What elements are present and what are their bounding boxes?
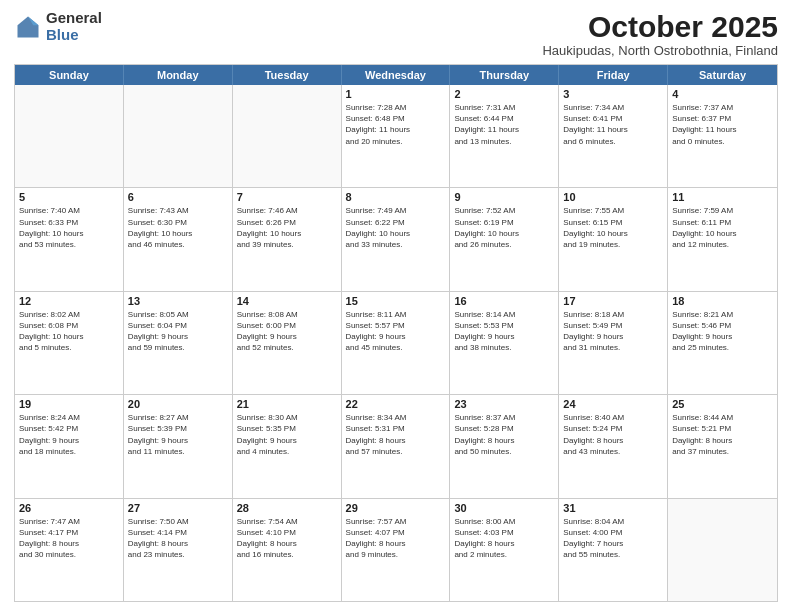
location: Haukipudas, North Ostrobothnia, Finland: [542, 43, 778, 58]
day-cell: 13Sunrise: 8:05 AMSunset: 6:04 PMDayligh…: [124, 292, 233, 394]
day-info: Sunrise: 8:21 AMSunset: 5:46 PMDaylight:…: [672, 309, 773, 354]
day-header-friday: Friday: [559, 65, 668, 85]
day-number: 23: [454, 398, 554, 410]
day-number: 24: [563, 398, 663, 410]
day-number: 6: [128, 191, 228, 203]
day-info: Sunrise: 7:50 AMSunset: 4:14 PMDaylight:…: [128, 516, 228, 561]
day-number: 11: [672, 191, 773, 203]
day-info: Sunrise: 7:59 AMSunset: 6:11 PMDaylight:…: [672, 205, 773, 250]
day-info: Sunrise: 7:31 AMSunset: 6:44 PMDaylight:…: [454, 102, 554, 147]
day-number: 16: [454, 295, 554, 307]
page-header: General Blue October 2025 Haukipudas, No…: [14, 10, 778, 58]
day-cell: 17Sunrise: 8:18 AMSunset: 5:49 PMDayligh…: [559, 292, 668, 394]
day-header-tuesday: Tuesday: [233, 65, 342, 85]
week-row-2: 5Sunrise: 7:40 AMSunset: 6:33 PMDaylight…: [15, 188, 777, 291]
day-number: 14: [237, 295, 337, 307]
day-info: Sunrise: 7:28 AMSunset: 6:48 PMDaylight:…: [346, 102, 446, 147]
day-cell: 24Sunrise: 8:40 AMSunset: 5:24 PMDayligh…: [559, 395, 668, 497]
day-number: 26: [19, 502, 119, 514]
day-number: 12: [19, 295, 119, 307]
day-cell: [15, 85, 124, 187]
day-info: Sunrise: 8:08 AMSunset: 6:00 PMDaylight:…: [237, 309, 337, 354]
day-cell: 20Sunrise: 8:27 AMSunset: 5:39 PMDayligh…: [124, 395, 233, 497]
day-header-saturday: Saturday: [668, 65, 777, 85]
day-info: Sunrise: 7:46 AMSunset: 6:26 PMDaylight:…: [237, 205, 337, 250]
day-info: Sunrise: 8:18 AMSunset: 5:49 PMDaylight:…: [563, 309, 663, 354]
day-number: 7: [237, 191, 337, 203]
day-number: 15: [346, 295, 446, 307]
logo-icon: [14, 13, 42, 41]
day-cell: 2Sunrise: 7:31 AMSunset: 6:44 PMDaylight…: [450, 85, 559, 187]
day-info: Sunrise: 8:11 AMSunset: 5:57 PMDaylight:…: [346, 309, 446, 354]
day-number: 31: [563, 502, 663, 514]
day-cell: 22Sunrise: 8:34 AMSunset: 5:31 PMDayligh…: [342, 395, 451, 497]
day-info: Sunrise: 8:02 AMSunset: 6:08 PMDaylight:…: [19, 309, 119, 354]
day-cell: [668, 499, 777, 601]
day-info: Sunrise: 8:37 AMSunset: 5:28 PMDaylight:…: [454, 412, 554, 457]
day-info: Sunrise: 8:14 AMSunset: 5:53 PMDaylight:…: [454, 309, 554, 354]
day-cell: 3Sunrise: 7:34 AMSunset: 6:41 PMDaylight…: [559, 85, 668, 187]
day-info: Sunrise: 8:27 AMSunset: 5:39 PMDaylight:…: [128, 412, 228, 457]
day-cell: 16Sunrise: 8:14 AMSunset: 5:53 PMDayligh…: [450, 292, 559, 394]
day-info: Sunrise: 7:49 AMSunset: 6:22 PMDaylight:…: [346, 205, 446, 250]
day-number: 4: [672, 88, 773, 100]
day-cell: 31Sunrise: 8:04 AMSunset: 4:00 PMDayligh…: [559, 499, 668, 601]
day-headers: SundayMondayTuesdayWednesdayThursdayFrid…: [15, 65, 777, 85]
day-number: 20: [128, 398, 228, 410]
day-number: 8: [346, 191, 446, 203]
day-cell: 18Sunrise: 8:21 AMSunset: 5:46 PMDayligh…: [668, 292, 777, 394]
day-cell: 25Sunrise: 8:44 AMSunset: 5:21 PMDayligh…: [668, 395, 777, 497]
day-header-thursday: Thursday: [450, 65, 559, 85]
day-number: 5: [19, 191, 119, 203]
day-number: 13: [128, 295, 228, 307]
day-cell: 27Sunrise: 7:50 AMSunset: 4:14 PMDayligh…: [124, 499, 233, 601]
day-info: Sunrise: 7:37 AMSunset: 6:37 PMDaylight:…: [672, 102, 773, 147]
week-row-3: 12Sunrise: 8:02 AMSunset: 6:08 PMDayligh…: [15, 292, 777, 395]
day-cell: 10Sunrise: 7:55 AMSunset: 6:15 PMDayligh…: [559, 188, 668, 290]
day-number: 17: [563, 295, 663, 307]
calendar: SundayMondayTuesdayWednesdayThursdayFrid…: [14, 64, 778, 602]
day-header-monday: Monday: [124, 65, 233, 85]
day-info: Sunrise: 8:44 AMSunset: 5:21 PMDaylight:…: [672, 412, 773, 457]
day-header-sunday: Sunday: [15, 65, 124, 85]
day-cell: 26Sunrise: 7:47 AMSunset: 4:17 PMDayligh…: [15, 499, 124, 601]
day-number: 30: [454, 502, 554, 514]
day-info: Sunrise: 8:00 AMSunset: 4:03 PMDaylight:…: [454, 516, 554, 561]
day-number: 29: [346, 502, 446, 514]
day-cell: 30Sunrise: 8:00 AMSunset: 4:03 PMDayligh…: [450, 499, 559, 601]
day-cell: 9Sunrise: 7:52 AMSunset: 6:19 PMDaylight…: [450, 188, 559, 290]
week-row-4: 19Sunrise: 8:24 AMSunset: 5:42 PMDayligh…: [15, 395, 777, 498]
day-number: 2: [454, 88, 554, 100]
day-info: Sunrise: 8:30 AMSunset: 5:35 PMDaylight:…: [237, 412, 337, 457]
logo-blue-text: Blue: [46, 27, 102, 44]
svg-marker-0: [18, 16, 39, 37]
day-cell: 19Sunrise: 8:24 AMSunset: 5:42 PMDayligh…: [15, 395, 124, 497]
day-cell: 8Sunrise: 7:49 AMSunset: 6:22 PMDaylight…: [342, 188, 451, 290]
day-number: 27: [128, 502, 228, 514]
day-number: 28: [237, 502, 337, 514]
day-cell: 5Sunrise: 7:40 AMSunset: 6:33 PMDaylight…: [15, 188, 124, 290]
day-info: Sunrise: 7:52 AMSunset: 6:19 PMDaylight:…: [454, 205, 554, 250]
day-cell: 15Sunrise: 8:11 AMSunset: 5:57 PMDayligh…: [342, 292, 451, 394]
day-cell: [124, 85, 233, 187]
day-info: Sunrise: 8:34 AMSunset: 5:31 PMDaylight:…: [346, 412, 446, 457]
logo-general-text: General: [46, 10, 102, 27]
day-cell: 28Sunrise: 7:54 AMSunset: 4:10 PMDayligh…: [233, 499, 342, 601]
day-info: Sunrise: 7:57 AMSunset: 4:07 PMDaylight:…: [346, 516, 446, 561]
day-number: 18: [672, 295, 773, 307]
title-block: October 2025 Haukipudas, North Ostroboth…: [542, 10, 778, 58]
weeks-container: 1Sunrise: 7:28 AMSunset: 6:48 PMDaylight…: [15, 85, 777, 601]
day-info: Sunrise: 7:47 AMSunset: 4:17 PMDaylight:…: [19, 516, 119, 561]
day-info: Sunrise: 8:04 AMSunset: 4:00 PMDaylight:…: [563, 516, 663, 561]
day-cell: 23Sunrise: 8:37 AMSunset: 5:28 PMDayligh…: [450, 395, 559, 497]
month-title: October 2025: [542, 10, 778, 43]
day-number: 10: [563, 191, 663, 203]
day-info: Sunrise: 7:55 AMSunset: 6:15 PMDaylight:…: [563, 205, 663, 250]
day-info: Sunrise: 7:43 AMSunset: 6:30 PMDaylight:…: [128, 205, 228, 250]
day-number: 25: [672, 398, 773, 410]
day-cell: 12Sunrise: 8:02 AMSunset: 6:08 PMDayligh…: [15, 292, 124, 394]
day-number: 21: [237, 398, 337, 410]
day-cell: 1Sunrise: 7:28 AMSunset: 6:48 PMDaylight…: [342, 85, 451, 187]
day-header-wednesday: Wednesday: [342, 65, 451, 85]
day-number: 1: [346, 88, 446, 100]
